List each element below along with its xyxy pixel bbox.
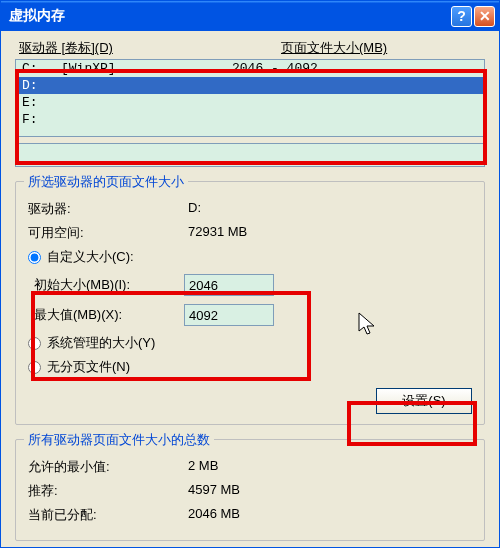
drive-value: D: <box>188 200 472 218</box>
window-title: 虚拟内存 <box>9 7 451 25</box>
size-cell <box>232 95 478 110</box>
no-pagefile-label: 无分页文件(N) <box>47 358 130 376</box>
no-pagefile-radio[interactable] <box>28 361 41 374</box>
group-title: 所选驱动器的页面文件大小 <box>24 173 188 191</box>
size-cell: 2046 - 4092 <box>232 61 478 76</box>
set-button[interactable]: 设置(S) <box>376 388 472 414</box>
custom-size-radio[interactable] <box>28 251 41 264</box>
drive-cell: F: <box>22 112 232 127</box>
size-cell <box>232 112 478 127</box>
drives-header: 驱动器 [卷标](D) <box>19 39 281 57</box>
drive-cell: E: <box>22 95 232 110</box>
close-button[interactable]: ✕ <box>474 6 495 27</box>
initial-size-label: 初始大小(MB)(I): <box>34 276 184 294</box>
min-label: 允许的最小值: <box>28 458 188 476</box>
space-value: 72931 MB <box>188 224 472 242</box>
rec-value: 4597 MB <box>188 482 472 500</box>
max-size-label: 最大值(MB)(X): <box>34 306 184 324</box>
cur-value: 2046 MB <box>188 506 472 524</box>
totals-group: 所有驱动器页面文件大小的总数 允许的最小值: 2 MB 推荐: 4597 MB … <box>15 439 485 541</box>
cur-label: 当前已分配: <box>28 506 188 524</box>
size-cell <box>232 78 478 93</box>
list-item[interactable]: C: [WinXP] 2046 - 4092 <box>16 60 484 77</box>
list-item[interactable]: D: <box>16 77 484 94</box>
group-title: 所有驱动器页面文件大小的总数 <box>24 431 214 449</box>
drive-listbox[interactable]: C: [WinXP] 2046 - 4092 D: E: F: <box>15 59 485 137</box>
drive-cell: D: <box>22 78 232 93</box>
spacer-box <box>15 143 485 167</box>
virtual-memory-dialog: 虚拟内存 ? ✕ 驱动器 [卷标](D) 页面文件大小(MB) C: [WinX… <box>0 0 500 548</box>
system-managed-label: 系统管理的大小(Y) <box>47 334 155 352</box>
custom-size-label: 自定义大小(C): <box>47 248 134 266</box>
list-item[interactable]: F: <box>16 111 484 128</box>
titlebar: 虚拟内存 ? ✕ <box>1 1 499 31</box>
question-icon: ? <box>457 8 466 24</box>
system-managed-radio[interactable] <box>28 337 41 350</box>
list-item[interactable]: E: <box>16 94 484 111</box>
selected-drive-group: 所选驱动器的页面文件大小 驱动器: D: 可用空间: 72931 MB 自定义大… <box>15 181 485 425</box>
max-size-input[interactable] <box>184 304 274 326</box>
pagefile-header: 页面文件大小(MB) <box>281 39 481 57</box>
min-value: 2 MB <box>188 458 472 476</box>
initial-size-input[interactable] <box>184 274 274 296</box>
space-label: 可用空间: <box>28 224 188 242</box>
drive-label: 驱动器: <box>28 200 188 218</box>
rec-label: 推荐: <box>28 482 188 500</box>
close-icon: ✕ <box>479 8 491 24</box>
drive-cell: C: [WinXP] <box>22 61 232 76</box>
help-button[interactable]: ? <box>451 6 472 27</box>
